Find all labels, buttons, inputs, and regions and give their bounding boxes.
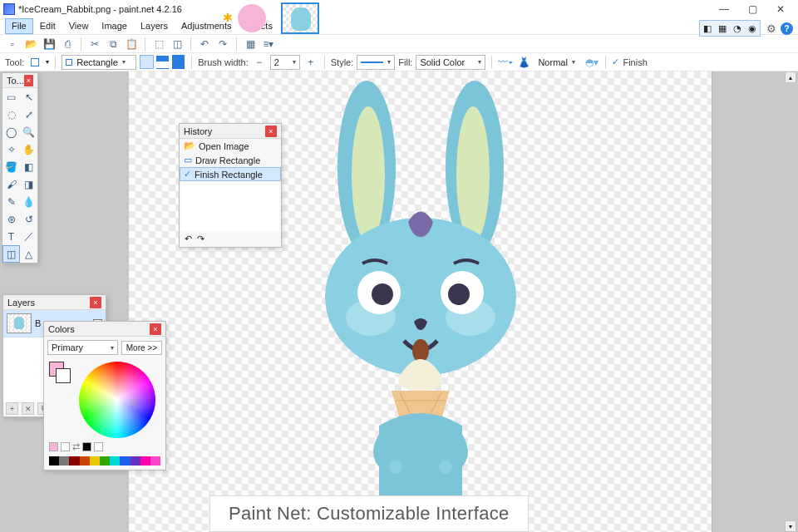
bw-black[interactable] [82,442,91,451]
fill-value: Solid Color [420,57,465,67]
window-maximize-button[interactable]: ▢ [738,1,766,17]
menu-view[interactable]: View [62,18,96,34]
settings-gear-icon[interactable]: ⚙ [766,22,776,35]
layer-name: B [35,318,41,328]
tool-ellipse-select[interactable]: ◯ [2,123,20,140]
brushwidth-decrease[interactable]: − [252,55,267,70]
grid-toggle-button[interactable]: ▦ [243,37,258,52]
tool-color-picker[interactable]: 💧 [20,193,37,210]
svg-point-2 [352,106,385,243]
layer-delete-button[interactable]: ✕ [22,402,34,415]
print-button[interactable]: ⎙ [60,37,75,52]
recent-color-1[interactable] [49,442,58,451]
color-wheel[interactable] [79,362,155,438]
panel-toggle-layers[interactable]: ◔ [730,21,745,36]
fill-combo[interactable]: Solid Color▾ [416,55,485,70]
tool-magic-wand[interactable]: ✧ [2,140,20,158]
layers-panel-close[interactable]: × [90,297,101,308]
svg-point-12 [389,461,402,474]
layer-opacity-button[interactable]: ◓▾ [584,55,599,70]
menu-edit[interactable]: Edit [33,18,62,34]
history-item-selected[interactable]: ✓Finish Rectangle [180,167,281,181]
copy-button[interactable]: ⧉ [106,37,121,52]
paste-button[interactable]: 📋 [124,37,139,52]
layer-add-button[interactable]: ＋ [6,402,18,415]
tool-gradient[interactable]: ◧ [20,158,37,175]
scrollbar-up-button[interactable]: ▴ [785,71,796,83]
tool-shape-alt[interactable]: △ [20,245,37,263]
tool-recolor[interactable]: ↺ [20,210,37,228]
history-panel[interactable]: History× 📂Open Image ▭Draw Rectangle ✓Fi… [179,123,282,248]
tool-move-selection[interactable]: ⤢ [20,106,37,123]
window-close-button[interactable]: ✕ [766,1,795,17]
cut-button[interactable]: ✂ [87,37,102,52]
tool-pan[interactable]: ✋ [20,140,37,158]
shape-filled-option[interactable] [155,55,170,69]
colors-panel-close[interactable]: × [150,323,161,335]
tool-clone-stamp[interactable]: ⊛ [2,210,20,228]
tool-shapes[interactable]: ◫ [2,245,20,263]
finish-check-icon[interactable]: ✓ [612,57,619,67]
scrollbar-down-button[interactable]: ▾ [785,520,796,532]
panel-toggle-history[interactable]: ▦ [715,21,730,36]
blend-icon[interactable]: 👗 [516,55,531,70]
blend-combo[interactable]: Normal▾ [534,55,581,70]
tools-panel[interactable]: To...× ▭ ↖ ◌ ⤢ ◯ 🔍 ✧ ✋ 🪣 ◧ 🖌 ◨ ✎ 💧 ⊛ ↺ T… [2,72,38,264]
menu-layers[interactable]: Layers [134,18,175,34]
tools-panel-close[interactable]: × [24,75,33,86]
panel-toggle-tools[interactable]: ◧ [700,21,715,36]
color-mode-combo[interactable]: Primary▾ [47,340,118,355]
color-swatch-pair[interactable] [49,362,74,387]
tool-rectangle-select[interactable]: ▭ [2,88,20,106]
page-caption: Paint Net: Customizable Interface [209,495,529,532]
menu-file[interactable]: File [5,18,33,34]
undo-button[interactable]: ↶ [197,37,212,52]
svg-point-11 [412,339,429,362]
ruler-toggle-button[interactable]: ≡▾ [261,37,276,52]
redo-button[interactable]: ↷ [215,37,230,52]
menu-image[interactable]: Image [95,18,134,34]
open-file-button[interactable]: 📂 [23,37,38,52]
antialias-button[interactable]: 〰▾ [498,55,513,70]
tool-lasso[interactable]: ◌ [2,106,20,123]
history-item[interactable]: 📂Open Image [180,139,281,153]
tool-line[interactable]: ／ [20,228,37,245]
style-combo[interactable]: ▾ [357,55,395,70]
brushwidth-increase[interactable]: + [303,55,318,70]
window-minimize-button[interactable]: — [710,1,738,17]
palette-strip[interactable] [49,456,160,466]
shape-outline-option[interactable] [140,55,154,69]
current-tool-icon[interactable] [27,55,42,70]
tool-move[interactable]: ↖ [20,88,37,106]
save-button[interactable]: 💾 [42,37,57,52]
tool-zoom[interactable]: 🔍 [20,123,37,140]
history-undo-button[interactable]: ↶ [185,234,192,244]
finish-label[interactable]: Finish [623,57,647,67]
crop-button[interactable]: ⬚ [151,37,166,52]
tool-paintbrush[interactable]: 🖌 [2,175,20,193]
panel-toggle-colors[interactable]: ◉ [745,21,760,36]
colors-more-button[interactable]: More >> [121,341,162,355]
brushwidth-label: Brush width: [198,57,249,67]
recent-color-2[interactable] [61,442,70,451]
shape-solid-option[interactable] [171,55,185,69]
tool-paint-bucket[interactable]: 🪣 [2,158,20,175]
bw-white[interactable] [94,442,103,451]
tool-eraser[interactable]: ◨ [20,175,37,193]
document-thumbnail[interactable] [281,2,319,34]
brushwidth-combo[interactable]: 2▾ [270,55,300,70]
main-toolbar: ▫ 📂 💾 ⎙ ✂ ⧉ 📋 ⬚ ◫ ↶ ↷ ▦ ≡▾ [0,35,798,53]
tool-pencil[interactable]: ✎ [2,193,20,210]
svg-point-13 [439,461,452,474]
colors-panel[interactable]: Colors× Primary▾ More >> ⇄ [43,321,166,470]
history-item[interactable]: ▭Draw Rectangle [180,153,281,167]
shape-combo[interactable]: Rectangle ▾ [62,55,136,70]
svg-point-3 [456,106,490,243]
tool-text[interactable]: T [2,228,20,245]
history-panel-close[interactable]: × [265,126,277,137]
rectangle-icon: ▭ [184,155,192,165]
help-icon[interactable]: ? [781,22,793,35]
new-file-button[interactable]: ▫ [5,37,20,52]
deselect-button[interactable]: ◫ [170,37,185,52]
history-redo-button[interactable]: ↷ [197,234,204,244]
